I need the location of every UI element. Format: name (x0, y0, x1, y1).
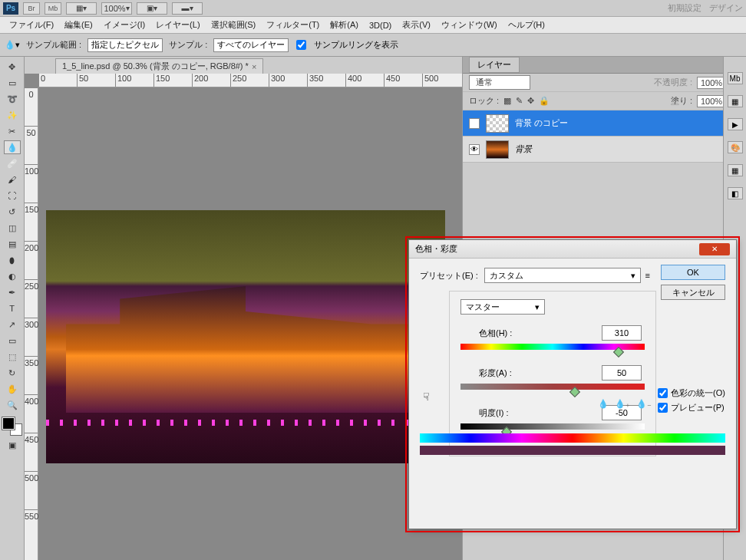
color-panel-icon[interactable]: 🎨 (728, 141, 743, 153)
layer-thumbnail[interactable] (486, 140, 509, 159)
close-tab-icon[interactable]: × (252, 62, 256, 71)
essentials-link[interactable]: 初期設定 (668, 2, 701, 14)
brush-tool[interactable]: 🖌 (4, 173, 21, 186)
document-tab[interactable]: 1_5_line.psd @ 50.3% (背景 のコピー, RGB/8#) *… (55, 58, 263, 74)
menu-select[interactable]: 選択範囲(S) (206, 19, 261, 31)
bridge-button[interactable]: Br (23, 2, 40, 15)
layer-item[interactable]: 👁 背景 🔒 (463, 137, 746, 163)
colorize-label: 色彩の統一(O) (671, 387, 725, 399)
eyedropper-add-icon[interactable]: 💧₊ (615, 399, 630, 409)
sample-range-select[interactable]: 指定したピクセル (87, 38, 163, 52)
history-brush-tool[interactable]: ↺ (4, 205, 21, 219)
sample-range-label: サンプル範囲 : (26, 39, 81, 51)
layer-name[interactable]: 背景 (515, 143, 532, 155)
stamp-tool[interactable]: ⛶ (4, 189, 21, 203)
eyedropper-sub-icon[interactable]: 💧₋ (636, 399, 652, 409)
menu-analysis[interactable]: 解析(A) (325, 19, 363, 31)
move-tool[interactable]: ✥ (4, 60, 21, 74)
zoom-select[interactable]: 100% ▾ (101, 2, 132, 15)
layer-name[interactable]: 背景 のコピー (515, 117, 568, 129)
design-link[interactable]: デザイン (709, 2, 743, 14)
preview-label: プレビュー(P) (671, 402, 725, 413)
cancel-button[interactable]: キャンセル (661, 285, 725, 300)
camera-tool[interactable]: ↻ (4, 366, 21, 380)
lig-label: 明度(I) : (460, 407, 537, 419)
menu-layer[interactable]: レイヤー(L) (151, 19, 204, 31)
eyedropper-tool[interactable]: 💧 (4, 140, 21, 154)
zoom-tool[interactable]: 🔍 (4, 398, 21, 412)
colorize-checkbox[interactable] (658, 388, 668, 398)
history-panel-icon[interactable]: ▦ (728, 95, 743, 107)
close-button[interactable]: ✕ (699, 243, 730, 255)
eyedropper-icon[interactable]: 💧▾ (5, 40, 20, 50)
sat-label: 彩度(A) : (460, 367, 537, 379)
blend-mode-select[interactable]: 通常 (469, 75, 530, 90)
path-tool[interactable]: ↗ (4, 318, 21, 331)
scrub-hand-icon[interactable]: ☟ (423, 390, 430, 403)
actions-panel-icon[interactable]: ▶ (728, 118, 743, 130)
swatches-panel-icon[interactable]: ▦ (728, 164, 743, 176)
styles-panel-icon[interactable]: ◧ (728, 187, 743, 199)
layer-thumbnail[interactable] (486, 114, 509, 133)
ok-button[interactable]: OK (661, 265, 725, 280)
shape-tool[interactable]: ▭ (4, 334, 21, 348)
heal-tool[interactable]: 🩹 (4, 156, 21, 170)
opacity-label: 不透明度 : (654, 77, 692, 88)
wand-tool[interactable]: ✨ (4, 108, 21, 122)
fill-label: 塗り : (671, 95, 692, 107)
arrange-icon[interactable]: ▣▾ (137, 2, 167, 15)
menu-image[interactable]: イメージ(I) (99, 19, 150, 31)
visibility-icon[interactable]: 👁 (469, 144, 480, 155)
menu-window[interactable]: ウィンドウ(W) (437, 19, 502, 31)
blur-tool[interactable]: ⬮ (4, 253, 21, 267)
menu-view[interactable]: 表示(V) (398, 19, 435, 31)
quickmask-tool[interactable]: ▣ (4, 438, 21, 452)
sample-label: サンプル : (169, 39, 207, 51)
document-tab-label: 1_5_line.psd @ 50.3% (背景 のコピー, RGB/8#) * (62, 61, 249, 72)
menu-3d[interactable]: 3D(D) (365, 21, 396, 30)
preset-menu-icon[interactable]: ≡ (645, 271, 650, 280)
lock-transparent-icon[interactable]: ▩ (503, 96, 511, 106)
eraser-tool[interactable]: ◫ (4, 221, 21, 235)
sat-input[interactable] (602, 365, 642, 380)
lock-pixels-icon[interactable]: ✎ (516, 96, 523, 106)
lock-position-icon[interactable]: ✥ (527, 96, 534, 106)
type-tool[interactable]: T (4, 301, 21, 315)
crop-tool[interactable]: ✂ (4, 124, 21, 138)
hue-input[interactable] (602, 325, 642, 341)
view-menu-icon[interactable]: ▦▾ (66, 2, 97, 15)
3d-tool[interactable]: ⬚ (4, 350, 21, 364)
preview-checkbox[interactable] (658, 403, 668, 413)
sample-select[interactable]: すべてのレイヤー (213, 38, 289, 52)
hue-saturation-dialog: 色相・彩度 ✕ OK キャンセル プリセット(E) : カスタム▾ ≡ マスター… (408, 239, 737, 529)
visibility-icon[interactable]: 👁 (469, 118, 480, 129)
dodge-tool[interactable]: ◐ (4, 269, 21, 283)
hand-tool[interactable]: ✋ (4, 382, 21, 396)
preset-select[interactable]: カスタム▾ (484, 268, 641, 283)
gradient-tool[interactable]: ▤ (4, 237, 21, 251)
pen-tool[interactable]: ✒ (4, 285, 21, 299)
lock-label: ロック : (469, 95, 499, 107)
menu-file[interactable]: ファイル(F) (5, 19, 58, 31)
screen-icon[interactable]: ▬▾ (172, 2, 203, 15)
lasso-tool[interactable]: ➰ (4, 92, 21, 106)
canvas-area[interactable] (38, 87, 462, 560)
minibridge-button[interactable]: Mb (45, 2, 61, 15)
marquee-tool[interactable]: ▭ (4, 76, 21, 90)
menu-edit[interactable]: 編集(E) (60, 19, 97, 31)
sample-ring-checkbox[interactable] (296, 40, 306, 50)
channel-select[interactable]: マスター▾ (460, 299, 545, 315)
layer-item-selected[interactable]: 👁 背景 のコピー (463, 110, 746, 137)
preset-label: プリセット(E) : (420, 270, 480, 282)
ruler-horizontal: 050100150200250300350400450500 (38, 74, 462, 87)
fg-color-swatch[interactable] (2, 417, 15, 430)
menu-filter[interactable]: フィルター(T) (262, 19, 324, 31)
ps-logo: Ps (3, 2, 18, 15)
eyedropper-set-icon[interactable]: 💧 (598, 399, 609, 409)
layers-tab[interactable]: レイヤー (469, 57, 520, 73)
mb-panel-icon[interactable]: Mb (728, 72, 743, 84)
hue-gradient-top (420, 433, 725, 443)
lock-all-icon[interactable]: 🔒 (539, 96, 550, 106)
document-image (46, 210, 445, 463)
menu-help[interactable]: ヘルプ(H) (503, 19, 550, 31)
